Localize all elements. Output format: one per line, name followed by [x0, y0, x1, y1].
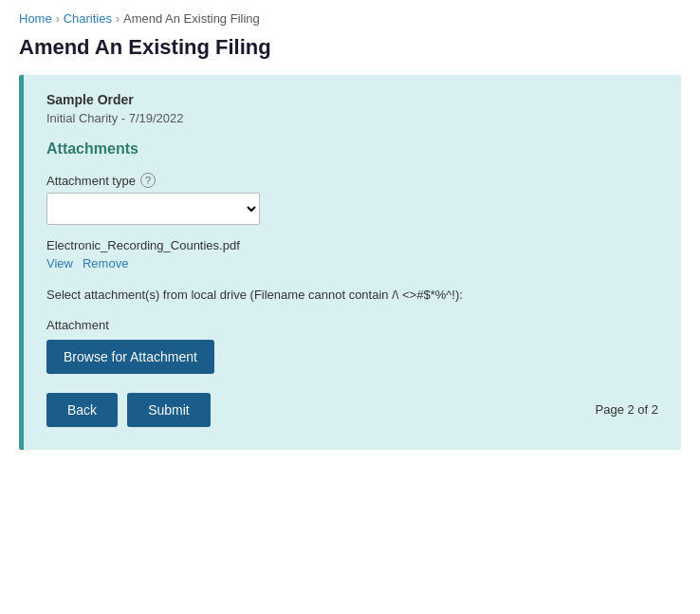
breadcrumb-current: Amend An Existing Filing [123, 11, 260, 26]
file-actions: View Remove [46, 256, 658, 270]
page-indicator: Page 2 of 2 [596, 402, 659, 417]
form-footer: Back Submit Page 2 of 2 [46, 393, 658, 427]
attachment-type-select[interactable] [46, 193, 260, 225]
attachment-group: Attachment Browse for Attachment [46, 318, 658, 374]
attachment-type-help-icon[interactable]: ? [140, 173, 156, 188]
order-subtitle: Initial Charity - 7/19/2022 [46, 111, 658, 125]
submit-button[interactable]: Submit [127, 393, 211, 427]
form-card: Sample Order Initial Charity - 7/19/2022… [19, 75, 681, 450]
footer-buttons: Back Submit [46, 393, 211, 427]
breadcrumb-separator-2: › [116, 12, 120, 26]
breadcrumb-home[interactable]: Home [19, 11, 52, 26]
file-name: Electronic_Recording_Counties.pdf [46, 238, 658, 252]
attachment-type-group: Attachment type ? [46, 173, 658, 225]
view-link[interactable]: View [46, 256, 73, 270]
attachment-label: Attachment [46, 318, 658, 332]
attachment-type-label: Attachment type ? [46, 173, 658, 188]
breadcrumb-charities[interactable]: Charities [64, 11, 112, 26]
breadcrumb: Home › Charities › Amend An Existing Fil… [19, 11, 681, 26]
page-wrapper: Home › Charities › Amend An Existing Fil… [0, 0, 700, 614]
page-title: Amend An Existing Filing [19, 35, 681, 60]
remove-link[interactable]: Remove [83, 256, 128, 270]
back-button[interactable]: Back [46, 393, 118, 427]
breadcrumb-separator-1: › [56, 12, 60, 26]
browse-attachment-button[interactable]: Browse for Attachment [46, 340, 214, 374]
attachments-heading: Attachments [46, 140, 658, 158]
instruction-text: Select attachment(s) from local drive (F… [46, 286, 658, 305]
order-title: Sample Order [46, 92, 658, 107]
